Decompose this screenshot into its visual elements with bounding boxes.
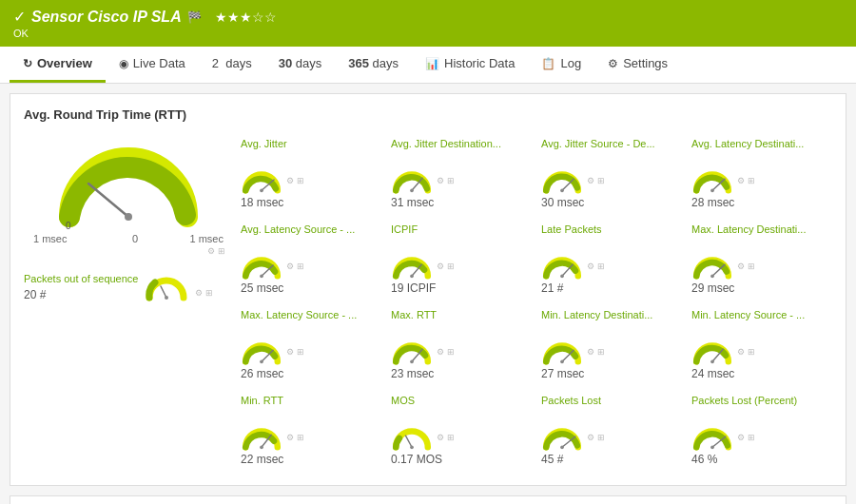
gauge-settings-0[interactable]: ⚙ ⊞: [286, 176, 304, 185]
tab-historic[interactable]: 📊 Historic Data: [412, 47, 528, 83]
gauge-title-7[interactable]: Max. Latency Destinati...: [691, 223, 825, 249]
table-header-row: Channel ▾ ID ⇅ Last Value ⇅ Minimum ⇅ Ma…: [10, 496, 846, 504]
gauge-title-8[interactable]: Max. Latency Source - ...: [241, 308, 374, 335]
rtt-gauge-svg: 0: [52, 131, 204, 231]
gauge-settings-10[interactable]: ⚙ ⊞: [587, 347, 605, 357]
gauge-title-12[interactable]: Min. RTT: [241, 394, 374, 420]
gauge-settings-11[interactable]: ⚙ ⊞: [737, 347, 755, 357]
header-status: OK: [13, 28, 277, 39]
gauge-settings-12[interactable]: ⚙ ⊞: [286, 433, 304, 442]
gauge-title-9[interactable]: Max. RTT: [391, 308, 524, 335]
svg-point-4: [165, 296, 168, 300]
gauge-settings-2[interactable]: ⚙ ⊞: [587, 176, 605, 185]
gauge-svg-12: [241, 424, 282, 451]
tab-log-label: Log: [560, 56, 581, 70]
nav-tabs: ↻ Overview ◉ Live Data 2 days 30 days 36…: [0, 47, 856, 84]
gauge-title-0[interactable]: Avg. Jitter: [241, 137, 374, 164]
settings-icon: ⚙: [608, 57, 618, 70]
tab-live-data[interactable]: ◉ Live Data: [106, 47, 199, 83]
gauge-settings-13[interactable]: ⚙ ⊞: [437, 433, 455, 442]
tab-settings-label: Settings: [623, 56, 668, 70]
gauge-cell-13: MOS ⚙ ⊞ 0.17 MOS: [383, 388, 532, 472]
star-rating[interactable]: ★★★☆☆: [215, 10, 277, 25]
checkmark-icon: ✓: [13, 8, 26, 26]
gauge-title-1[interactable]: Avg. Jitter Destination...: [391, 137, 524, 164]
gauge-settings-6[interactable]: ⚙ ⊞: [587, 262, 605, 271]
gauge-cell-1: Avg. Jitter Destination... ⚙ ⊞ 31 msec: [383, 131, 532, 215]
gauge-settings-3[interactable]: ⚙ ⊞: [737, 176, 755, 185]
overview-panel-title: Avg. Round Trip Time (RTT): [24, 107, 832, 122]
gauge-cell-10: Min. Latency Destinati... ⚙ ⊞ 27 msec: [534, 302, 682, 386]
flag-icon: 🏁: [187, 10, 202, 24]
tab-365days-label: 365 days: [348, 56, 399, 70]
gauge-settings-9[interactable]: ⚙ ⊞: [437, 347, 455, 357]
gauge-title-11[interactable]: Min. Latency Source - ...: [691, 308, 825, 335]
tab-365days[interactable]: 365 days: [335, 47, 412, 83]
tab-2days[interactable]: 2 days: [199, 47, 265, 83]
rtt-min-label: 0: [132, 233, 138, 244]
rtt-axis-labels: 1 msec 0 1 msec: [24, 233, 233, 244]
svg-point-1: [125, 213, 132, 221]
gauge-title-10[interactable]: Min. Latency Destinati...: [541, 308, 674, 335]
rtt-left-label: 1 msec: [33, 233, 67, 244]
gauge-settings-15[interactable]: ⚙ ⊞: [737, 433, 755, 442]
svg-point-10: [560, 188, 564, 192]
gauge-value-1: 31 msec: [391, 196, 524, 209]
gauge-cell-5: ICPIF ⚙ ⊞ 19 ICPIF: [383, 217, 532, 300]
svg-point-18: [560, 274, 564, 278]
gauge-title-15[interactable]: Packets Lost (Percent): [691, 394, 825, 420]
gauge-title-13[interactable]: MOS: [391, 394, 524, 420]
gauge-cell-15: Packets Lost (Percent) ⚙ ⊞ 46 %: [684, 388, 832, 472]
gauge-title-3[interactable]: Avg. Latency Destinati...: [691, 137, 825, 164]
gauge-svg-9: [391, 339, 433, 365]
rtt-gauge: 0 1 msec 0 1 msec ⚙ ⊞ Packets out of seq…: [24, 131, 233, 472]
gauge-svg-5: [391, 253, 433, 280]
gauges-container: 0 1 msec 0 1 msec ⚙ ⊞ Packets out of seq…: [24, 131, 832, 472]
header-title: Cisco IP SLA: [88, 9, 182, 25]
gauge-title-14[interactable]: Packets Lost: [541, 394, 674, 420]
gauge-title-4[interactable]: Avg. Latency Source - ...: [241, 223, 374, 249]
gauge-settings-1[interactable]: ⚙ ⊞: [437, 176, 455, 185]
log-icon: 📋: [541, 57, 555, 70]
packets-label[interactable]: Packets out of sequence: [24, 273, 138, 284]
gauge-svg-6: [541, 253, 583, 280]
tab-settings[interactable]: ⚙ Settings: [594, 47, 681, 83]
gauge-value-15: 46 %: [691, 453, 825, 466]
packets-value: 20 #: [24, 288, 138, 301]
gauge-settings-14[interactable]: ⚙ ⊞: [587, 433, 605, 442]
gauge-svg-14: [541, 424, 583, 451]
svg-line-0: [88, 184, 128, 217]
gauge-value-7: 29 msec: [691, 281, 825, 295]
overview-panel: Avg. Round Trip Time (RTT) 0: [10, 93, 846, 486]
gauge-settings-4[interactable]: ⚙ ⊞: [286, 262, 304, 271]
gauge-value-4: 25 msec: [241, 281, 374, 295]
tab-30days[interactable]: 30 days: [265, 47, 336, 83]
gauge-cell-3: Avg. Latency Destinati... ⚙ ⊞ 28 msec: [684, 131, 832, 215]
svg-point-14: [260, 274, 263, 278]
gauge-settings-8[interactable]: ⚙ ⊞: [286, 347, 304, 357]
live-icon: ◉: [119, 57, 128, 70]
packets-gauge-settings[interactable]: ⚙ ⊞: [195, 288, 213, 298]
svg-point-22: [260, 359, 263, 363]
tab-historic-label: Historic Data: [444, 56, 515, 70]
gauge-value-14: 45 #: [541, 453, 674, 466]
gauge-svg-10: [541, 339, 583, 365]
rtt-settings-icon[interactable]: ⚙ ⊞: [207, 246, 225, 256]
tab-live-label: Live Data: [133, 56, 185, 70]
gauge-title-6[interactable]: Late Packets: [541, 223, 674, 249]
gauge-value-11: 24 msec: [691, 367, 825, 380]
bottom-table: Channel ▾ ID ⇅ Last Value ⇅ Minimum ⇅ Ma…: [10, 495, 846, 504]
tab-overview[interactable]: ↻ Overview: [10, 47, 106, 83]
gauge-settings-7[interactable]: ⚙ ⊞: [737, 262, 755, 271]
tab-log[interactable]: 📋 Log: [528, 47, 594, 83]
gauge-svg-1: [391, 167, 433, 194]
gauge-title-5[interactable]: ICPIF: [391, 223, 524, 249]
svg-point-12: [710, 188, 714, 192]
gauge-settings-5[interactable]: ⚙ ⊞: [437, 262, 455, 271]
svg-point-8: [410, 188, 414, 192]
gauge-value-0: 18 msec: [241, 196, 374, 209]
gauge-cell-4: Avg. Latency Source - ... ⚙ ⊞ 25 msec: [233, 217, 381, 300]
gauge-cell-9: Max. RTT ⚙ ⊞ 23 msec: [383, 302, 532, 386]
gauge-title-2[interactable]: Avg. Jitter Source - De...: [541, 137, 674, 164]
svg-point-30: [260, 445, 263, 449]
